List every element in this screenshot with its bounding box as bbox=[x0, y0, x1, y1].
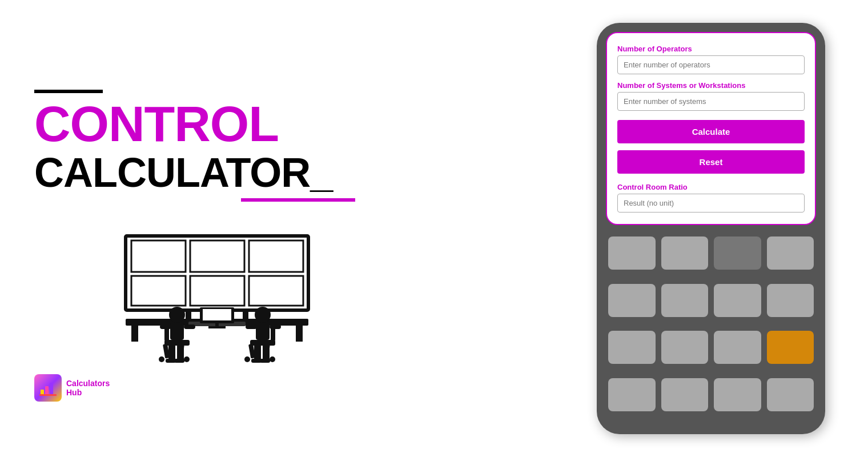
svg-rect-32 bbox=[256, 323, 270, 340]
svg-rect-41 bbox=[254, 344, 261, 360]
svg-rect-46 bbox=[45, 386, 49, 395]
key-2[interactable] bbox=[661, 236, 709, 270]
reset-button[interactable]: Reset bbox=[617, 150, 805, 174]
svg-rect-27 bbox=[168, 344, 175, 360]
svg-rect-48 bbox=[39, 394, 57, 396]
key-9[interactable] bbox=[608, 331, 656, 364]
key-10[interactable] bbox=[661, 331, 709, 364]
systems-input[interactable] bbox=[617, 92, 805, 111]
title-accent-line bbox=[34, 90, 103, 93]
svg-rect-2 bbox=[190, 240, 244, 272]
svg-rect-10 bbox=[131, 324, 138, 342]
svg-rect-3 bbox=[249, 240, 303, 272]
logo-name-bottom: Hub bbox=[66, 388, 110, 397]
svg-rect-14 bbox=[203, 309, 231, 320]
svg-rect-28 bbox=[177, 344, 184, 360]
key-enter[interactable] bbox=[767, 331, 814, 364]
right-section: Number of Operators Number of Systems or… bbox=[588, 23, 834, 434]
key-11[interactable] bbox=[714, 331, 761, 364]
key-7[interactable] bbox=[714, 284, 761, 317]
logo-text: Calculators Hub bbox=[66, 379, 110, 397]
key-8[interactable] bbox=[767, 284, 814, 317]
svg-rect-1 bbox=[131, 240, 186, 272]
title-control-room: CONTROL bbox=[34, 99, 588, 149]
logo-icon bbox=[34, 374, 62, 402]
svg-rect-36 bbox=[271, 327, 275, 341]
svg-point-25 bbox=[159, 356, 164, 362]
svg-point-40 bbox=[270, 356, 275, 362]
left-section: CONTROL CALCULATOR_ bbox=[34, 78, 588, 379]
systems-field-group: Number of Systems or Workstations bbox=[617, 81, 805, 111]
operators-field-group: Number of Operators bbox=[617, 45, 805, 74]
result-field-group: Control Room Ratio bbox=[617, 183, 805, 213]
svg-rect-11 bbox=[296, 324, 303, 342]
operators-label: Number of Operators bbox=[617, 45, 805, 53]
key-12[interactable] bbox=[608, 378, 656, 411]
result-label: Control Room Ratio bbox=[617, 183, 805, 191]
title-calculator: CALCULATOR_ bbox=[34, 149, 332, 196]
svg-rect-4 bbox=[131, 276, 186, 306]
svg-rect-16 bbox=[208, 326, 226, 328]
svg-rect-5 bbox=[190, 276, 244, 306]
logo-container: Calculators Hub bbox=[34, 374, 110, 402]
key-13[interactable] bbox=[661, 378, 709, 411]
svg-rect-33 bbox=[246, 324, 257, 329]
svg-point-39 bbox=[244, 356, 250, 362]
svg-rect-20 bbox=[184, 324, 195, 329]
svg-rect-18 bbox=[170, 323, 184, 340]
systems-label: Number of Systems or Workstations bbox=[617, 81, 805, 90]
svg-rect-42 bbox=[263, 344, 270, 360]
calculate-button[interactable]: Calculate bbox=[617, 120, 805, 143]
key-6[interactable] bbox=[661, 284, 709, 317]
operators-input[interactable] bbox=[617, 55, 805, 74]
svg-point-31 bbox=[255, 307, 271, 323]
svg-point-17 bbox=[169, 307, 185, 323]
key-3[interactable] bbox=[714, 236, 761, 270]
svg-rect-47 bbox=[50, 383, 53, 395]
key-1[interactable] bbox=[608, 236, 656, 270]
key-5[interactable] bbox=[608, 284, 656, 317]
calculator-device: Number of Operators Number of Systems or… bbox=[597, 23, 825, 434]
svg-rect-30 bbox=[174, 359, 184, 363]
svg-rect-44 bbox=[260, 359, 270, 363]
key-4[interactable] bbox=[767, 236, 814, 270]
result-input bbox=[617, 194, 805, 213]
control-room-illustration bbox=[80, 230, 354, 379]
svg-rect-22 bbox=[164, 327, 169, 341]
svg-point-26 bbox=[184, 356, 190, 362]
svg-rect-6 bbox=[249, 276, 303, 306]
key-15[interactable] bbox=[767, 378, 814, 411]
keypad bbox=[606, 231, 816, 425]
key-14[interactable] bbox=[714, 378, 761, 411]
main-title: CONTROL CALCULATOR_ bbox=[34, 99, 588, 196]
calculator-screen: Number of Operators Number of Systems or… bbox=[606, 32, 816, 225]
logo-name-top: Calculators bbox=[66, 379, 110, 388]
